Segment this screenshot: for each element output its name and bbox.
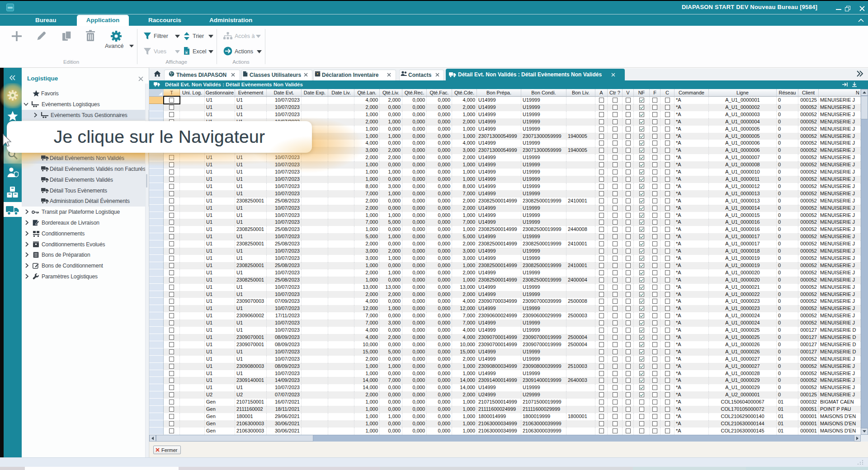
svg-text:x: x bbox=[185, 51, 188, 55]
